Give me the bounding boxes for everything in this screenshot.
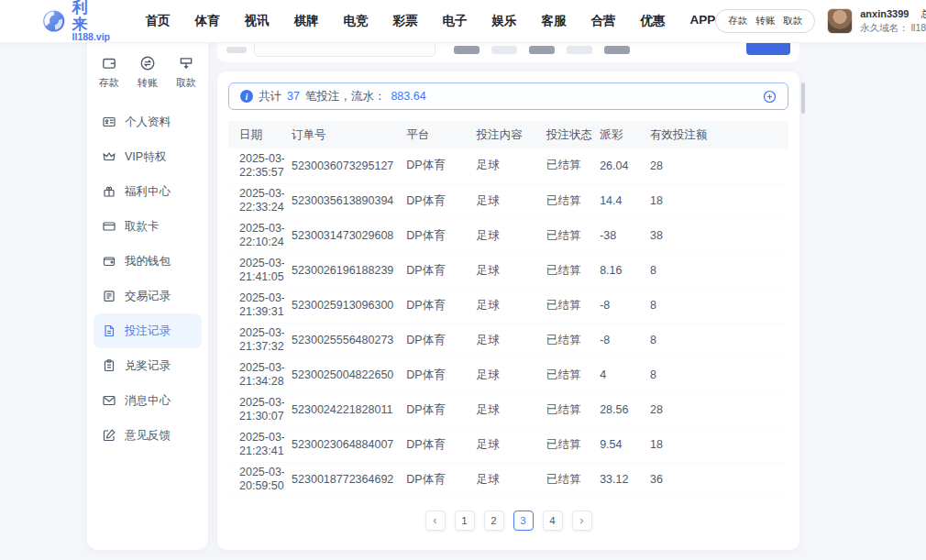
sidebar-item-withdraw-card[interactable]: 取款卡 [94,209,202,244]
page-button-4[interactable]: 4 [543,511,563,531]
col-status: 投注状态 [539,121,592,148]
sidebar-item-label: VIP特权 [125,149,166,165]
page-button-3[interactable]: 3 [513,511,534,531]
sidebar-item-label: 兑奖记录 [125,358,171,374]
cell-date: 2025-03-30 21:30:07 [228,392,284,427]
cell-bet-status: 已结算 [539,357,592,392]
cell-bet-content: 足球 [469,357,539,392]
wallet-quick-actions: 存款 转账 取款 [715,9,815,33]
sidebar-item-label: 个人资料 [125,115,171,130]
brand-logo[interactable]: 利 来 ll188.vip [42,0,114,42]
cell-valid-amount: 18 [643,183,788,218]
sidebar-item-label: 意见反馈 [125,428,171,444]
sidebar-item-redeem-records[interactable]: 兑奖记录 [94,348,202,383]
scrollbar-thumb[interactable] [801,82,805,114]
sidebar-item-profile[interactable]: 个人资料 [94,104,202,139]
nav-item-service[interactable]: 客服 [541,13,566,29]
domain-label: 永久域名： [860,21,909,35]
date-tab[interactable] [529,46,555,54]
sidebar-menu: 个人资料 VIP特权 福利中心 取款卡 我的钱包 [87,104,208,453]
transfer-icon [139,55,156,71]
date-tab[interactable] [604,46,630,54]
table-row: 2025-03-30 21:23:41 5230023064884007 DP体… [228,427,788,462]
cell-order-number: 5230035613890394 [284,183,399,218]
sidebar-item-welfare[interactable]: 福利中心 [94,174,202,209]
cell-bet-status: 已结算 [539,427,592,462]
sidebar-item-feedback[interactable]: 意见反馈 [94,418,202,453]
cell-bet-status: 已结算 [539,462,592,497]
cell-order-number: 5230031473029608 [284,218,399,253]
sidebar-item-messages[interactable]: 消息中心 [94,383,202,418]
cell-order-number: 5230026196188239 [284,253,399,288]
cell-platform: DP体育 [399,462,469,497]
gift-icon [102,184,116,199]
pagination: ‹ 1 2 3 4 › [228,511,788,531]
date-tab[interactable] [454,46,480,54]
col-date: 日期 [228,121,284,148]
nav-item-app[interactable]: APP [689,13,715,29]
cell-bet-status: 已结算 [539,183,592,218]
bet-records-icon [102,324,116,338]
expand-summary-button[interactable] [763,90,777,104]
bet-time: 22:10:24 [239,236,277,249]
pill-deposit-button[interactable]: 存款 [728,15,747,27]
pill-transfer-button[interactable]: 转账 [755,15,775,27]
cell-payout: -8 [592,288,643,323]
user-line-1: anxin3399 总资产： 1363.49元 [860,7,926,21]
date-tab[interactable] [491,46,517,54]
bet-time: 21:37:32 [239,340,277,354]
nav-item-sports[interactable]: 体育 [194,13,219,29]
table-row: 2025-03-30 21:41:05 5230026196188239 DP体… [228,253,788,288]
nav-item-lottery[interactable]: 彩票 [392,13,417,29]
cell-platform: DP体育 [399,323,469,357]
page-button-2[interactable]: 2 [484,511,504,531]
table-row: 2025-03-30 21:37:32 5230025556480273 DP体… [228,323,788,357]
cell-bet-content: 足球 [469,427,539,462]
nav-item-live[interactable]: 视讯 [244,13,269,29]
brand-logo-icon [42,7,66,35]
nav-item-casino[interactable]: 娱乐 [491,13,516,29]
sidebar-item-vip[interactable]: VIP特权 [94,139,202,174]
prev-page-button[interactable]: ‹ [425,511,446,531]
quick-transfer-button[interactable]: 转账 [138,55,158,90]
avatar[interactable] [827,8,853,34]
quick-deposit-button[interactable]: 存款 [99,55,119,90]
cell-valid-amount: 28 [643,148,788,183]
nav-item-partner[interactable]: 合营 [590,13,615,29]
domain-value: ll188.vip | ll188.... [911,21,926,35]
sidebar-item-wallet[interactable]: 我的钱包 [94,244,202,279]
summary-middle: 笔投注，流水： [305,89,386,104]
table-row: 2025-03-30 21:30:07 5230024221828011 DP体… [228,392,788,427]
nav-item-home[interactable]: 首页 [145,13,170,29]
page-button-1[interactable]: 1 [455,511,475,531]
date-tab[interactable] [567,46,592,54]
summary-prefix: 共计 [259,89,281,104]
bet-records-panel: i 共计 37 笔投注，流水： 883.64 日期 订单号 平台 投注内容 投注… [217,71,799,550]
bet-time: 20:59:50 [239,479,277,493]
user-info: anxin3399 总资产： 1363.49元 永久域名： ll188.vip … [860,7,926,35]
plus-circle-icon [763,90,777,104]
quick-withdraw-button[interactable]: 取款 [176,55,196,90]
wallet-icon [102,254,116,269]
next-page-button[interactable]: › [572,511,592,531]
nav-item-chess[interactable]: 棋牌 [293,13,318,29]
sidebar-item-bet-records[interactable]: 投注记录 [94,313,202,348]
cell-order-number: 5230025913096300 [284,288,399,323]
sidebar: 存款 转账 取款 个人资料 VIP特权 [87,26,208,550]
sidebar-item-label: 取款卡 [125,219,160,235]
table-row: 2025-03-30 20:59:50 5230018772364692 DP体… [228,462,788,497]
pill-withdraw-button[interactable]: 取款 [783,15,802,27]
bet-date: 2025-03-30 [239,222,277,236]
cell-date: 2025-03-30 21:37:32 [228,323,284,357]
cell-platform: DP体育 [399,288,469,323]
nav-item-esports[interactable]: 电竞 [343,13,368,29]
cell-payout: 14.4 [592,183,643,218]
withdraw-icon [178,55,194,71]
cell-order-number: 5230018772364692 [284,462,399,497]
cell-platform: DP体育 [399,183,469,218]
sidebar-item-transactions[interactable]: 交易记录 [94,279,202,313]
nav-item-slots[interactable]: 电子 [442,13,467,29]
cell-valid-amount: 8 [643,288,788,323]
bet-date: 2025-03-30 [239,326,277,340]
nav-item-promo[interactable]: 优惠 [640,13,665,29]
